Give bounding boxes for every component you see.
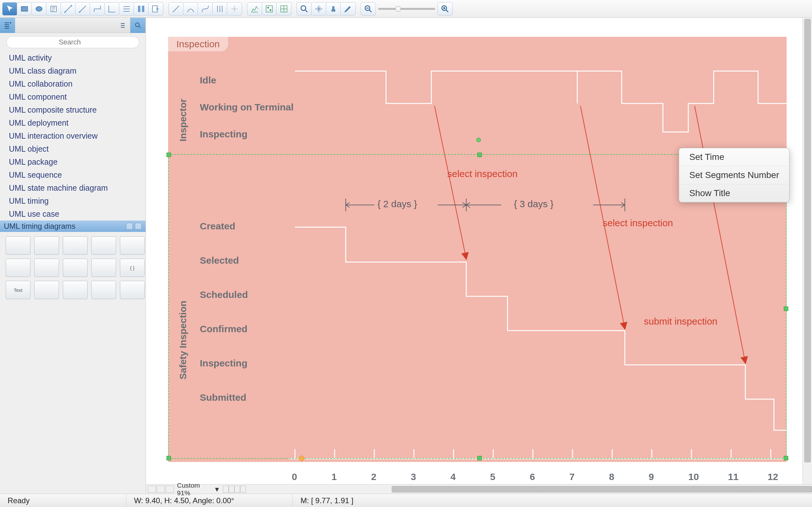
canvas[interactable]: Inspection Inspector Idle Working on Ter… bbox=[146, 18, 812, 494]
tool-group-graph bbox=[247, 3, 291, 15]
palette-item-5[interactable] bbox=[6, 259, 30, 277]
connector-tool-3[interactable] bbox=[90, 2, 105, 15]
view-mode-icons[interactable] bbox=[223, 486, 246, 493]
lib-item-10[interactable]: UML state machine diagram bbox=[0, 181, 145, 194]
svg-rect-0 bbox=[21, 6, 27, 11]
horizontal-scrollbar[interactable]: Custom 91% ▾ bbox=[146, 484, 812, 494]
connector-tool-4[interactable] bbox=[104, 2, 120, 15]
graph-tool-2[interactable] bbox=[262, 2, 277, 15]
zoom-tool[interactable] bbox=[297, 2, 312, 15]
pen-tool[interactable] bbox=[340, 2, 356, 15]
tick-12: 12 bbox=[767, 471, 778, 482]
palette-item-11[interactable] bbox=[34, 281, 59, 299]
lib-item-1[interactable]: UML class diagram bbox=[0, 64, 145, 77]
selection-handle-n[interactable] bbox=[477, 153, 482, 157]
selection-handle-se[interactable] bbox=[784, 456, 788, 460]
lib-item-8[interactable]: UML package bbox=[0, 156, 145, 168]
lib-item-7[interactable]: UML object bbox=[0, 143, 145, 156]
palette-opt-2-icon[interactable] bbox=[135, 223, 142, 230]
lib-item-9[interactable]: UML sequence bbox=[0, 168, 145, 181]
tick-4: 4 bbox=[450, 471, 456, 482]
tick-0: 0 bbox=[292, 471, 297, 482]
graph-tool-1[interactable] bbox=[247, 2, 262, 15]
palette-item-1[interactable] bbox=[34, 236, 59, 255]
lib-item-6[interactable]: UML interaction overview bbox=[0, 129, 145, 143]
lib-item-5[interactable]: UML deployment bbox=[0, 116, 145, 129]
graph-tool-3[interactable] bbox=[276, 2, 292, 15]
tick-1: 1 bbox=[331, 471, 337, 482]
page-nav-next-icon[interactable] bbox=[166, 486, 174, 493]
palette-item-0[interactable] bbox=[6, 236, 30, 255]
palette-item-6[interactable] bbox=[34, 259, 59, 277]
tick-5: 5 bbox=[490, 471, 495, 482]
lib-item-11[interactable]: UML timing bbox=[0, 194, 145, 208]
page-nav-stop-icon[interactable] bbox=[148, 486, 156, 493]
tool-group-lines bbox=[169, 3, 242, 15]
palette-item-4[interactable] bbox=[120, 236, 145, 255]
palette-item-2[interactable] bbox=[63, 236, 87, 255]
zoom-slider[interactable] bbox=[378, 8, 435, 10]
status-mouse: M: [ 9.77, 1.91 ] bbox=[293, 494, 361, 507]
selection-handle-nw[interactable] bbox=[167, 153, 171, 157]
selection-handle-sw[interactable] bbox=[167, 456, 171, 460]
align-tool-1[interactable] bbox=[119, 2, 134, 15]
cm-set-time[interactable]: Set Time bbox=[679, 148, 789, 166]
tick-11: 11 bbox=[728, 471, 738, 482]
selection-rotate-handle[interactable] bbox=[477, 138, 481, 142]
palette-item-12[interactable] bbox=[63, 281, 87, 299]
page-nav-prev-icon[interactable] bbox=[157, 486, 165, 493]
selection-handle-e[interactable] bbox=[784, 306, 788, 311]
select-tool[interactable] bbox=[2, 2, 17, 15]
palette-header[interactable]: UML timing diagrams bbox=[0, 221, 145, 232]
library-tab-icon[interactable] bbox=[0, 18, 15, 33]
lib-item-12[interactable]: UML use case bbox=[0, 208, 145, 221]
palette-item-10[interactable]: Text bbox=[6, 281, 30, 299]
palette-opt-1-icon[interactable] bbox=[126, 223, 133, 230]
vertical-scrollbar[interactable] bbox=[803, 18, 812, 484]
palette-item-9[interactable]: { } bbox=[120, 259, 145, 277]
stamp-tool[interactable] bbox=[326, 2, 341, 15]
lib-item-2[interactable]: UML collaboration bbox=[0, 77, 145, 91]
line-tool-1[interactable] bbox=[169, 2, 184, 15]
zoom-display[interactable]: Custom 91% bbox=[177, 482, 213, 497]
search-input[interactable] bbox=[6, 36, 139, 48]
line-tool-2[interactable] bbox=[183, 2, 198, 15]
text-tool[interactable] bbox=[46, 2, 61, 15]
tick-7: 7 bbox=[569, 471, 575, 482]
svg-point-10 bbox=[267, 7, 269, 8]
context-menu: Set Time Set Segments Number Show Title bbox=[679, 148, 790, 203]
svg-point-11 bbox=[270, 9, 271, 11]
tool-group-view bbox=[297, 3, 355, 15]
zoom-out-button[interactable] bbox=[361, 2, 376, 15]
line-tool-5[interactable] bbox=[227, 2, 242, 15]
connector-tool-2[interactable] bbox=[75, 2, 90, 15]
line-tool-3[interactable] bbox=[198, 2, 213, 15]
lane1-state-2: Inspecting bbox=[200, 129, 247, 139]
zoom-in-button[interactable] bbox=[437, 2, 453, 15]
palette-item-13[interactable] bbox=[91, 281, 116, 299]
cm-set-segments[interactable]: Set Segments Number bbox=[679, 166, 789, 184]
list-tab-icon[interactable] bbox=[115, 18, 130, 33]
lib-item-3[interactable]: UML component bbox=[0, 91, 145, 103]
pan-tool[interactable] bbox=[311, 2, 326, 15]
palette-item-3[interactable] bbox=[91, 236, 116, 255]
palette-item-8[interactable] bbox=[91, 259, 116, 277]
palette-item-7[interactable] bbox=[63, 259, 87, 277]
rect-tool[interactable] bbox=[17, 2, 32, 15]
connector-tool-1[interactable] bbox=[61, 2, 76, 15]
lib-item-0[interactable]: UML activity bbox=[0, 51, 145, 64]
tool-group-zoom bbox=[361, 3, 452, 15]
lib-item-4[interactable]: UML composite structure bbox=[0, 103, 145, 116]
search-tab-icon[interactable] bbox=[130, 18, 145, 33]
selection-handle-s[interactable] bbox=[477, 456, 482, 460]
svg-point-16 bbox=[10, 22, 11, 23]
line-tool-4[interactable] bbox=[212, 2, 228, 15]
ellipse-tool[interactable] bbox=[32, 2, 47, 15]
cm-show-title[interactable]: Show Title bbox=[679, 184, 789, 202]
svg-rect-6 bbox=[138, 6, 140, 12]
align-tool-2[interactable] bbox=[133, 2, 149, 15]
export-tool[interactable] bbox=[148, 2, 163, 15]
frame-title: Inspection bbox=[168, 37, 228, 51]
palette-item-14[interactable] bbox=[120, 281, 145, 299]
svg-point-1 bbox=[36, 6, 42, 11]
